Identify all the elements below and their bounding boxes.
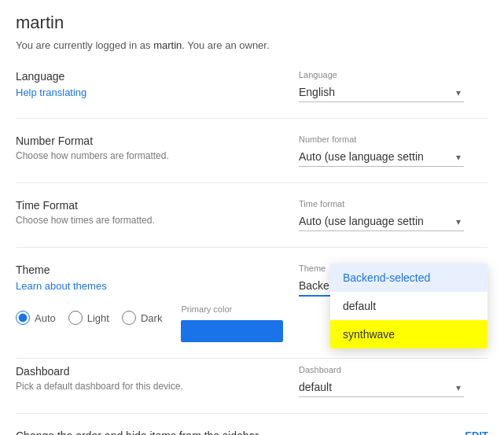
theme-radio-group: Auto Light Dark bbox=[16, 311, 162, 325]
time-format-right: Time format Auto (use language settin 12… bbox=[299, 199, 488, 231]
time-format-field-label: Time format bbox=[299, 199, 488, 208]
user-info: You are currently logged in as martin. Y… bbox=[16, 39, 488, 51]
dark-radio-label[interactable]: Dark bbox=[122, 311, 162, 325]
light-radio-label[interactable]: Light bbox=[68, 311, 109, 325]
language-field-label: Language bbox=[299, 70, 488, 79]
user-info-prefix: You are currently logged in as bbox=[16, 39, 153, 51]
time-format-select-wrapper: Auto (use language settin 12-hour 24-hou… bbox=[299, 212, 464, 231]
language-left: Language Help translating bbox=[16, 70, 299, 98]
time-format-left: Time Format Choose how times are formatt… bbox=[16, 199, 299, 226]
primary-color-bar[interactable] bbox=[181, 320, 283, 342]
sidebar-text: Change the order and hide items from the… bbox=[16, 429, 334, 435]
dashboard-desc: Pick a default dashboard for this device… bbox=[16, 381, 299, 392]
dark-label: Dark bbox=[141, 312, 162, 324]
number-format-row: Number Format Choose how numbers are for… bbox=[16, 135, 488, 183]
theme-row: Theme Learn about themes Auto Light bbox=[16, 264, 488, 359]
user-info-suffix: . You are an owner. bbox=[182, 39, 269, 51]
time-format-desc: Choose how times are formatted. bbox=[16, 215, 299, 226]
learn-about-themes-link[interactable]: Learn about themes bbox=[16, 280, 107, 292]
username: martin bbox=[153, 39, 182, 51]
theme-dropdown-menu: Backend-selected default synthwave bbox=[330, 264, 487, 348]
number-format-left: Number Format Choose how numbers are for… bbox=[16, 135, 299, 161]
theme-label: Theme bbox=[16, 264, 299, 276]
theme-selected-value: Backe bbox=[299, 279, 329, 292]
sidebar-edit-link[interactable]: EDIT bbox=[465, 429, 488, 435]
dark-radio[interactable] bbox=[122, 311, 136, 325]
number-format-desc: Choose how numbers are formatted. bbox=[16, 150, 299, 161]
dashboard-left: Dashboard Pick a default dashboard for t… bbox=[16, 365, 299, 392]
theme-controls: Auto Light Dark Primary color bbox=[16, 304, 299, 342]
dashboard-select-wrapper: default bbox=[299, 378, 464, 397]
auto-radio[interactable] bbox=[16, 311, 30, 325]
theme-option-synthwave[interactable]: synthwave bbox=[330, 320, 487, 348]
help-translating-link[interactable]: Help translating bbox=[16, 87, 86, 98]
dashboard-select[interactable]: default bbox=[299, 378, 464, 397]
primary-color-label: Primary color bbox=[181, 304, 283, 314]
number-format-select-wrapper: Auto (use language settin Custom bbox=[299, 147, 464, 167]
light-radio[interactable] bbox=[68, 311, 83, 325]
auto-radio-label[interactable]: Auto bbox=[16, 311, 56, 325]
color-section: Primary color bbox=[181, 304, 283, 342]
time-format-row: Time Format Choose how times are formatt… bbox=[16, 199, 488, 248]
language-label: Language bbox=[16, 70, 299, 83]
dashboard-label: Dashboard bbox=[16, 365, 299, 378]
time-format-label: Time Format bbox=[16, 199, 299, 212]
language-right: Language English Spanish French bbox=[299, 70, 488, 102]
dashboard-right: Dashboard default bbox=[299, 365, 488, 397]
language-row: Language Help translating Language Engli… bbox=[16, 70, 488, 119]
sidebar-row: Change the order and hide items from the… bbox=[16, 429, 488, 435]
number-format-field-label: Number format bbox=[299, 135, 488, 144]
theme-option-default[interactable]: default bbox=[330, 292, 487, 320]
light-label: Light bbox=[87, 312, 109, 324]
theme-left: Theme Learn about themes Auto Light bbox=[16, 264, 299, 342]
dashboard-field-label: Dashboard bbox=[299, 365, 488, 374]
number-format-label: Number Format bbox=[16, 135, 299, 147]
language-select[interactable]: English Spanish French bbox=[299, 83, 464, 102]
number-format-right: Number format Auto (use language settin … bbox=[299, 135, 488, 167]
settings-page: martin You are currently logged in as ma… bbox=[0, 0, 504, 435]
language-select-wrapper: English Spanish French bbox=[299, 83, 464, 102]
theme-right: Theme Backe ▾ Backend-selected default s… bbox=[299, 264, 488, 297]
theme-option-backend-selected[interactable]: Backend-selected bbox=[330, 264, 487, 292]
theme-radio-section: Auto Light Dark bbox=[16, 304, 162, 325]
time-format-select[interactable]: Auto (use language settin 12-hour 24-hou… bbox=[299, 212, 464, 231]
dashboard-row: Dashboard Pick a default dashboard for t… bbox=[16, 365, 488, 414]
sidebar-title: Change the order and hide items from the… bbox=[16, 429, 334, 435]
number-format-select[interactable]: Auto (use language settin Custom bbox=[299, 147, 464, 167]
auto-label: Auto bbox=[35, 312, 56, 324]
sidebar-section: Change the order and hide items from the… bbox=[16, 429, 488, 435]
page-title: martin bbox=[16, 13, 488, 33]
